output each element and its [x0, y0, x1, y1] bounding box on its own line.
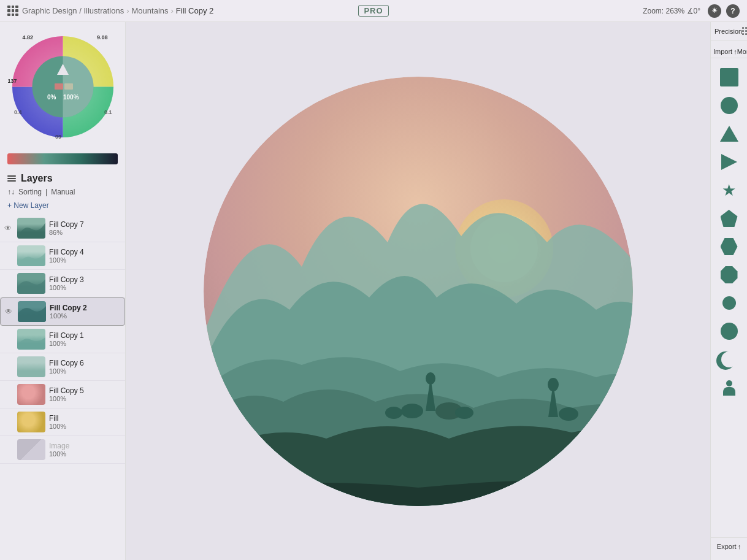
shape-star-button[interactable]: ★: [716, 177, 742, 203]
breadcrumb: Graphic Design / Illustrations › Mountai…: [22, 6, 213, 15]
shape-triangle-right-button[interactable]: [716, 149, 742, 175]
zoom-info: Zoom: 263% ∡0°: [643, 7, 700, 15]
shape-person-button[interactable]: [716, 375, 742, 401]
svg-text:100%: 100%: [63, 94, 79, 101]
color-wheel-svg[interactable]: 0% 100% 0.4 0.1 09: [9, 33, 117, 140]
layer-visibility-toggle[interactable]: [2, 280, 13, 287]
left-panel: 4.82 9.08 137: [0, 22, 126, 560]
pro-badge: PRO: [358, 5, 388, 17]
layer-info: Fill Copy 5 100%: [49, 386, 120, 402]
layer-opacity: 100%: [49, 423, 120, 430]
layer-visibility-toggle[interactable]: [2, 363, 13, 370]
layer-name: Fill Copy 6: [49, 359, 120, 367]
layer-info: Fill Copy 2 100%: [50, 304, 120, 320]
md-circle-shape-icon: [721, 323, 738, 340]
precision-dots-icon[interactable]: [742, 27, 747, 35]
layer-opacity: 86%: [49, 229, 120, 236]
precision-label: Precision: [714, 28, 742, 35]
layer-info: Fill Copy 3 100%: [49, 275, 120, 291]
hex-shape-icon: [721, 238, 738, 255]
triangle-right-shape-icon: [721, 154, 737, 170]
svg-text:09: 09: [55, 134, 61, 140]
sorting-value: Manual: [51, 188, 75, 196]
layer-item-active[interactable]: 👁 Fill Copy 2 100%: [0, 297, 125, 326]
layer-item[interactable]: Image 100%: [0, 436, 125, 464]
layers-header: Layers: [0, 167, 125, 186]
breadcrumb-part1[interactable]: Graphic Design / Illustrations: [22, 6, 124, 15]
layer-item[interactable]: Fill Copy 1 100%: [0, 326, 125, 353]
right-panel: Precision Import ↑ More ★: [710, 22, 747, 560]
layer-visibility-toggle[interactable]: [2, 336, 13, 343]
layer-visibility-toggle[interactable]: [2, 391, 13, 398]
layer-name: Fill Copy 1: [49, 331, 120, 340]
layer-thumbnail: [17, 218, 45, 239]
sun-icon[interactable]: ☀: [708, 4, 721, 18]
layer-name: Image: [49, 442, 120, 450]
color-wheel-area: 4.82 9.08 137: [0, 22, 125, 151]
shape-sm-circle-button[interactable]: [716, 290, 742, 316]
layer-thumbnail: [17, 245, 45, 266]
app-menu-icon[interactable]: [7, 6, 18, 17]
layer-opacity: 100%: [49, 340, 120, 347]
sorting-label: Sorting: [18, 188, 42, 196]
import-button[interactable]: Import ↑: [713, 48, 737, 55]
layers-section: Layers ↑↓ Sorting | Manual + New Layer 👁…: [0, 167, 125, 560]
triangle-up-shape-icon: [720, 126, 738, 142]
shape-octagon-button[interactable]: [716, 262, 742, 288]
more-button[interactable]: More: [737, 48, 747, 55]
svg-point-19: [385, 407, 402, 419]
shape-triangle-up-button[interactable]: [716, 121, 742, 147]
more-label: More: [737, 48, 747, 55]
layer-item[interactable]: Fill Copy 5 100%: [0, 381, 125, 408]
layer-visibility-toggle[interactable]: 👁: [2, 224, 13, 232]
svg-point-23: [559, 407, 578, 421]
layer-item[interactable]: Fill Copy 3 100%: [0, 270, 125, 297]
canvas-area[interactable]: [126, 22, 710, 560]
sorting-row: ↑↓ Sorting | Manual: [0, 186, 125, 199]
breadcrumb-part2[interactable]: Mountains: [132, 6, 169, 15]
sorting-sep: |: [45, 188, 47, 196]
shape-pentagon-button[interactable]: [716, 205, 742, 231]
layer-name: Fill Copy 7: [49, 220, 120, 229]
layer-item[interactable]: 👁 Fill Copy 7 86%: [0, 215, 125, 242]
svg-point-15: [401, 404, 423, 418]
new-layer-button[interactable]: + New Layer: [0, 199, 125, 215]
layers-menu-icon[interactable]: [7, 175, 16, 182]
layer-visibility-toggle[interactable]: [2, 252, 13, 259]
person-body: [723, 387, 735, 396]
shape-crescent-button[interactable]: [716, 347, 742, 372]
export-button[interactable]: Export ↑: [711, 537, 747, 555]
person-head: [726, 380, 732, 386]
top-bar: Graphic Design / Illustrations › Mountai…: [0, 0, 747, 22]
layer-visibility-toggle[interactable]: 👁: [3, 308, 14, 315]
layer-visibility-toggle[interactable]: [2, 418, 13, 426]
shape-square-button[interactable]: [716, 64, 742, 90]
shape-md-circle-button[interactable]: [716, 318, 742, 344]
layer-thumbnail: [17, 356, 45, 377]
layer-name: Fill: [49, 414, 120, 423]
svg-text:0.1: 0.1: [104, 109, 112, 115]
layer-name: Fill Copy 3: [49, 275, 120, 284]
layer-item[interactable]: Fill Copy 6 100%: [0, 353, 125, 381]
layer-visibility-toggle[interactable]: [2, 446, 13, 453]
layer-opacity: 100%: [49, 284, 120, 291]
precision-header: Precision: [711, 27, 747, 40]
layer-info: Fill Copy 1 100%: [49, 331, 120, 347]
layer-item[interactable]: Fill Copy 4 100%: [0, 242, 125, 270]
layer-item[interactable]: Fill 100%: [0, 408, 125, 436]
svg-point-22: [548, 378, 559, 391]
layer-thumbnail: [17, 384, 45, 405]
layer-info: Fill 100%: [49, 414, 120, 430]
shape-circle-button[interactable]: [716, 93, 742, 118]
wheel-label-topleft: 4.82: [23, 34, 34, 40]
color-gradient-bar[interactable]: [7, 153, 118, 164]
breadcrumb-current[interactable]: Fill Copy 2: [176, 6, 213, 15]
svg-rect-5: [64, 83, 73, 90]
shape-hex-button[interactable]: [716, 234, 742, 259]
crescent-shape-icon: [721, 351, 737, 367]
help-icon[interactable]: ?: [726, 4, 740, 18]
layer-opacity: 100%: [50, 312, 120, 320]
layer-name: Fill Copy 4: [49, 248, 120, 256]
svg-point-20: [455, 407, 473, 419]
circle-shape-icon: [721, 97, 738, 114]
